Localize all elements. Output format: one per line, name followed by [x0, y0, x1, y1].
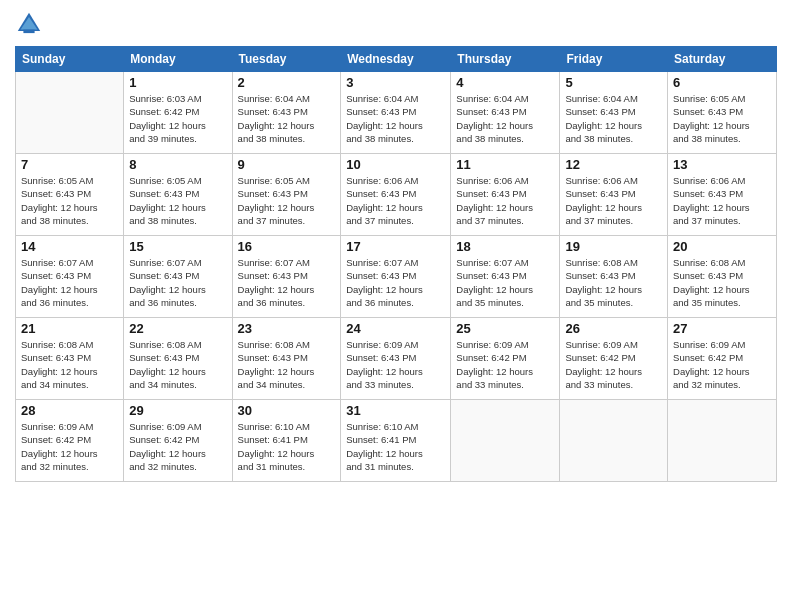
day-info: Sunrise: 6:05 AMSunset: 6:43 PMDaylight:…: [21, 174, 118, 227]
calendar-cell: 17Sunrise: 6:07 AMSunset: 6:43 PMDayligh…: [341, 236, 451, 318]
day-number: 16: [238, 239, 336, 254]
week-row-4: 21Sunrise: 6:08 AMSunset: 6:43 PMDayligh…: [16, 318, 777, 400]
calendar-cell: [16, 72, 124, 154]
day-number: 18: [456, 239, 554, 254]
day-info: Sunrise: 6:09 AMSunset: 6:42 PMDaylight:…: [673, 338, 771, 391]
day-number: 17: [346, 239, 445, 254]
day-info: Sunrise: 6:08 AMSunset: 6:43 PMDaylight:…: [673, 256, 771, 309]
calendar-cell: 29Sunrise: 6:09 AMSunset: 6:42 PMDayligh…: [124, 400, 232, 482]
day-number: 6: [673, 75, 771, 90]
day-number: 24: [346, 321, 445, 336]
calendar-cell: 18Sunrise: 6:07 AMSunset: 6:43 PMDayligh…: [451, 236, 560, 318]
calendar-cell: 28Sunrise: 6:09 AMSunset: 6:42 PMDayligh…: [16, 400, 124, 482]
calendar-cell: 16Sunrise: 6:07 AMSunset: 6:43 PMDayligh…: [232, 236, 341, 318]
calendar-cell: 19Sunrise: 6:08 AMSunset: 6:43 PMDayligh…: [560, 236, 668, 318]
calendar-cell: 26Sunrise: 6:09 AMSunset: 6:42 PMDayligh…: [560, 318, 668, 400]
day-number: 22: [129, 321, 226, 336]
day-info: Sunrise: 6:04 AMSunset: 6:43 PMDaylight:…: [456, 92, 554, 145]
day-info: Sunrise: 6:06 AMSunset: 6:43 PMDaylight:…: [346, 174, 445, 227]
calendar-cell: 20Sunrise: 6:08 AMSunset: 6:43 PMDayligh…: [668, 236, 777, 318]
weekday-tuesday: Tuesday: [232, 47, 341, 72]
calendar-cell: 8Sunrise: 6:05 AMSunset: 6:43 PMDaylight…: [124, 154, 232, 236]
calendar-cell: 11Sunrise: 6:06 AMSunset: 6:43 PMDayligh…: [451, 154, 560, 236]
day-number: 20: [673, 239, 771, 254]
calendar-cell: 21Sunrise: 6:08 AMSunset: 6:43 PMDayligh…: [16, 318, 124, 400]
calendar-cell: 2Sunrise: 6:04 AMSunset: 6:43 PMDaylight…: [232, 72, 341, 154]
day-info: Sunrise: 6:07 AMSunset: 6:43 PMDaylight:…: [238, 256, 336, 309]
day-number: 28: [21, 403, 118, 418]
calendar-cell: 1Sunrise: 6:03 AMSunset: 6:42 PMDaylight…: [124, 72, 232, 154]
day-number: 11: [456, 157, 554, 172]
day-info: Sunrise: 6:09 AMSunset: 6:42 PMDaylight:…: [565, 338, 662, 391]
calendar-cell: [451, 400, 560, 482]
day-number: 12: [565, 157, 662, 172]
calendar-cell: 7Sunrise: 6:05 AMSunset: 6:43 PMDaylight…: [16, 154, 124, 236]
day-number: 30: [238, 403, 336, 418]
logo-icon: [15, 10, 43, 38]
logo: [15, 10, 47, 38]
calendar-cell: 10Sunrise: 6:06 AMSunset: 6:43 PMDayligh…: [341, 154, 451, 236]
day-number: 4: [456, 75, 554, 90]
day-number: 7: [21, 157, 118, 172]
day-number: 2: [238, 75, 336, 90]
day-info: Sunrise: 6:09 AMSunset: 6:42 PMDaylight:…: [456, 338, 554, 391]
calendar-cell: 14Sunrise: 6:07 AMSunset: 6:43 PMDayligh…: [16, 236, 124, 318]
svg-rect-2: [23, 30, 34, 33]
calendar-cell: 9Sunrise: 6:05 AMSunset: 6:43 PMDaylight…: [232, 154, 341, 236]
day-number: 5: [565, 75, 662, 90]
calendar-cell: 4Sunrise: 6:04 AMSunset: 6:43 PMDaylight…: [451, 72, 560, 154]
day-number: 31: [346, 403, 445, 418]
day-info: Sunrise: 6:09 AMSunset: 6:42 PMDaylight:…: [21, 420, 118, 473]
day-number: 29: [129, 403, 226, 418]
weekday-header-row: SundayMondayTuesdayWednesdayThursdayFrid…: [16, 47, 777, 72]
calendar-cell: [560, 400, 668, 482]
day-info: Sunrise: 6:07 AMSunset: 6:43 PMDaylight:…: [456, 256, 554, 309]
day-info: Sunrise: 6:07 AMSunset: 6:43 PMDaylight:…: [129, 256, 226, 309]
calendar-table: SundayMondayTuesdayWednesdayThursdayFrid…: [15, 46, 777, 482]
day-number: 13: [673, 157, 771, 172]
weekday-thursday: Thursday: [451, 47, 560, 72]
day-info: Sunrise: 6:04 AMSunset: 6:43 PMDaylight:…: [565, 92, 662, 145]
day-info: Sunrise: 6:08 AMSunset: 6:43 PMDaylight:…: [565, 256, 662, 309]
day-info: Sunrise: 6:09 AMSunset: 6:43 PMDaylight:…: [346, 338, 445, 391]
day-number: 1: [129, 75, 226, 90]
calendar-cell: [668, 400, 777, 482]
day-info: Sunrise: 6:04 AMSunset: 6:43 PMDaylight:…: [346, 92, 445, 145]
weekday-sunday: Sunday: [16, 47, 124, 72]
calendar-cell: 25Sunrise: 6:09 AMSunset: 6:42 PMDayligh…: [451, 318, 560, 400]
day-info: Sunrise: 6:05 AMSunset: 6:43 PMDaylight:…: [238, 174, 336, 227]
day-info: Sunrise: 6:06 AMSunset: 6:43 PMDaylight:…: [456, 174, 554, 227]
day-number: 8: [129, 157, 226, 172]
week-row-3: 14Sunrise: 6:07 AMSunset: 6:43 PMDayligh…: [16, 236, 777, 318]
day-info: Sunrise: 6:08 AMSunset: 6:43 PMDaylight:…: [21, 338, 118, 391]
header: [15, 10, 777, 38]
day-info: Sunrise: 6:06 AMSunset: 6:43 PMDaylight:…: [565, 174, 662, 227]
day-number: 9: [238, 157, 336, 172]
day-number: 19: [565, 239, 662, 254]
weekday-friday: Friday: [560, 47, 668, 72]
day-info: Sunrise: 6:06 AMSunset: 6:43 PMDaylight:…: [673, 174, 771, 227]
day-info: Sunrise: 6:05 AMSunset: 6:43 PMDaylight:…: [129, 174, 226, 227]
day-number: 10: [346, 157, 445, 172]
day-info: Sunrise: 6:04 AMSunset: 6:43 PMDaylight:…: [238, 92, 336, 145]
day-info: Sunrise: 6:07 AMSunset: 6:43 PMDaylight:…: [346, 256, 445, 309]
calendar-cell: 12Sunrise: 6:06 AMSunset: 6:43 PMDayligh…: [560, 154, 668, 236]
day-info: Sunrise: 6:08 AMSunset: 6:43 PMDaylight:…: [129, 338, 226, 391]
day-info: Sunrise: 6:10 AMSunset: 6:41 PMDaylight:…: [238, 420, 336, 473]
calendar-cell: 30Sunrise: 6:10 AMSunset: 6:41 PMDayligh…: [232, 400, 341, 482]
calendar-cell: 22Sunrise: 6:08 AMSunset: 6:43 PMDayligh…: [124, 318, 232, 400]
week-row-1: 1Sunrise: 6:03 AMSunset: 6:42 PMDaylight…: [16, 72, 777, 154]
weekday-wednesday: Wednesday: [341, 47, 451, 72]
day-info: Sunrise: 6:05 AMSunset: 6:43 PMDaylight:…: [673, 92, 771, 145]
day-number: 26: [565, 321, 662, 336]
weekday-saturday: Saturday: [668, 47, 777, 72]
day-info: Sunrise: 6:10 AMSunset: 6:41 PMDaylight:…: [346, 420, 445, 473]
calendar-cell: 23Sunrise: 6:08 AMSunset: 6:43 PMDayligh…: [232, 318, 341, 400]
day-number: 14: [21, 239, 118, 254]
day-info: Sunrise: 6:03 AMSunset: 6:42 PMDaylight:…: [129, 92, 226, 145]
calendar-cell: 13Sunrise: 6:06 AMSunset: 6:43 PMDayligh…: [668, 154, 777, 236]
day-number: 15: [129, 239, 226, 254]
week-row-5: 28Sunrise: 6:09 AMSunset: 6:42 PMDayligh…: [16, 400, 777, 482]
day-number: 23: [238, 321, 336, 336]
day-info: Sunrise: 6:09 AMSunset: 6:42 PMDaylight:…: [129, 420, 226, 473]
